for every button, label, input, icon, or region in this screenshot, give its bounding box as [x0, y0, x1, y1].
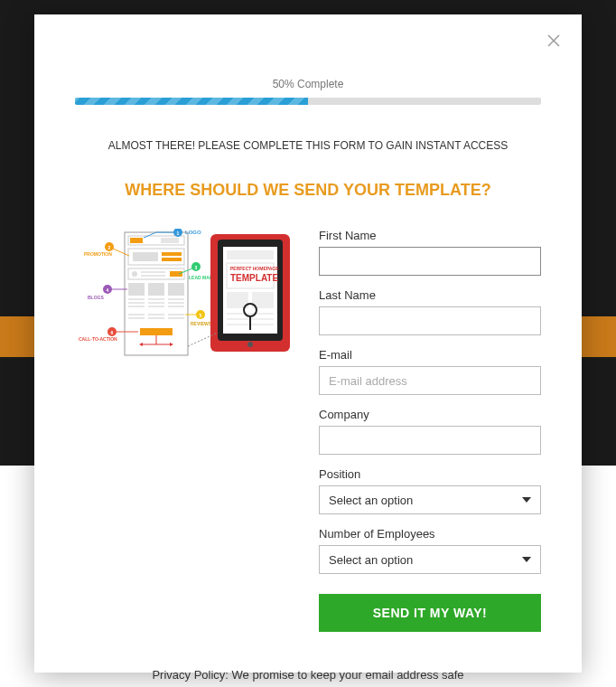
svg-text:TEMPLATE: TEMPLATE	[230, 273, 278, 283]
svg-text:2: 2	[108, 245, 111, 250]
svg-text:REVIEWS: REVIEWS	[191, 321, 212, 326]
company-input[interactable]	[319, 426, 541, 455]
svg-text:PROMOTION: PROMOTION	[84, 251, 112, 257]
svg-rect-19	[168, 283, 184, 296]
first-name-label: First Name	[319, 229, 541, 242]
svg-rect-16	[170, 271, 182, 277]
heading: WHERE SHOULD WE SEND YOUR TEMPLATE?	[75, 181, 541, 200]
svg-text:1: 1	[177, 231, 180, 236]
svg-text:LOGO: LOGO	[185, 230, 201, 235]
svg-rect-17	[128, 283, 145, 296]
company-label: Company	[319, 408, 541, 421]
first-name-input[interactable]	[319, 247, 541, 276]
svg-text:4: 4	[107, 287, 109, 293]
modal-dialog: 50% Complete ALMOST THERE! PLEASE COMPLE…	[34, 14, 582, 673]
progress-fill	[75, 98, 308, 105]
progress-bar	[75, 98, 541, 105]
email-label: E-mail	[319, 348, 541, 362]
progress-label: 50% Complete	[75, 78, 541, 90]
form: First Name Last Name E-mail Company Posi…	[319, 229, 541, 632]
svg-point-13	[132, 271, 137, 277]
svg-rect-9	[133, 252, 158, 261]
position-label: Position	[319, 467, 541, 481]
svg-rect-35	[140, 328, 173, 335]
close-button[interactable]	[544, 31, 564, 51]
close-icon	[547, 34, 560, 47]
email-input[interactable]	[319, 366, 541, 395]
template-illustration: 1 LOGO 2 PROMOTION 3 LEAD MAGNET 4 BLOGS…	[75, 229, 292, 632]
svg-point-68	[247, 342, 253, 347]
last-name-input[interactable]	[319, 306, 541, 335]
svg-text:3: 3	[195, 265, 198, 270]
svg-text:BLOGS: BLOGS	[88, 295, 104, 300]
svg-rect-10	[162, 252, 182, 256]
svg-text:PERFECT HOMEPAGE: PERFECT HOMEPAGE	[230, 266, 279, 271]
svg-text:CALL-TO-ACTION: CALL-TO-ACTION	[79, 336, 117, 342]
svg-rect-69	[227, 250, 274, 259]
subheading: ALMOST THERE! PLEASE COMPLETE THIS FORM …	[75, 139, 541, 152]
privacy-text: Privacy Policy: We promise to keep your …	[75, 668, 541, 682]
svg-rect-18	[148, 283, 164, 296]
svg-text:5: 5	[200, 313, 202, 318]
employees-label: Number of Employees	[319, 527, 541, 541]
last-name-label: Last Name	[319, 288, 541, 302]
position-select[interactable]: Select an option	[319, 485, 541, 514]
employees-select[interactable]: Select an option	[319, 545, 541, 574]
svg-rect-11	[162, 258, 182, 261]
submit-button[interactable]: SEND IT MY WAY!	[319, 594, 541, 632]
svg-text:6: 6	[111, 330, 114, 335]
svg-rect-4	[130, 238, 143, 243]
